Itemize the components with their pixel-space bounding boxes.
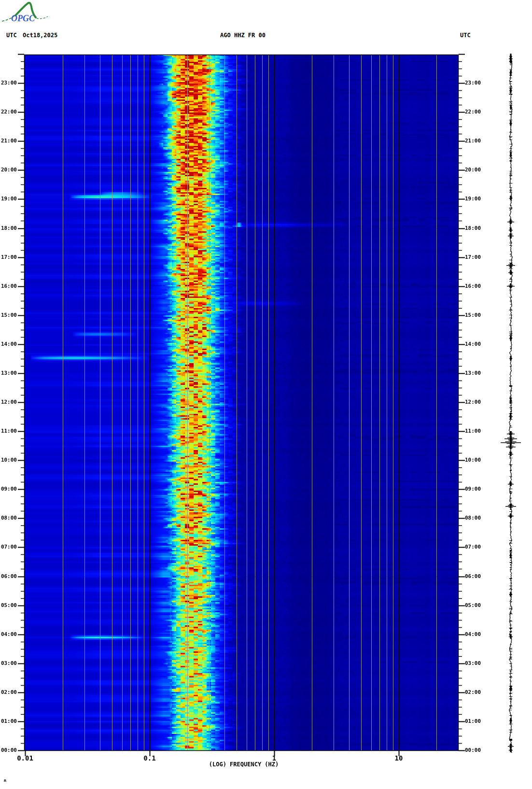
time-label-left: 07:00 xyxy=(0,544,17,550)
time-label-left: 08:00 xyxy=(0,515,17,521)
time-label-right: 14:00 xyxy=(465,341,489,348)
time-label-left: 09:00 xyxy=(0,486,17,493)
time-label-right: 07:00 xyxy=(465,544,489,550)
time-label-right: 10:00 xyxy=(465,457,489,464)
time-label-right: 15:00 xyxy=(465,312,489,319)
time-label-right: 03:00 xyxy=(465,660,489,667)
time-label-left: 17:00 xyxy=(0,254,17,261)
time-label-left: 06:00 xyxy=(0,573,17,580)
time-label-right: 06:00 xyxy=(465,573,489,580)
time-label-left: 10:00 xyxy=(0,457,17,464)
time-label-left: 15:00 xyxy=(0,312,17,319)
corner-mark: ʍ xyxy=(4,778,6,783)
time-label-right: 04:00 xyxy=(465,631,489,638)
freq-tick-label: 0.01 xyxy=(6,754,44,762)
time-label-right: 00:00 xyxy=(465,747,489,754)
time-label-right: 12:00 xyxy=(465,399,489,406)
time-label-right: 22:00 xyxy=(465,109,489,115)
time-label-right: 21:00 xyxy=(465,138,489,144)
time-label-right: 05:00 xyxy=(465,602,489,609)
time-label-right: 02:00 xyxy=(465,689,489,696)
time-label-left: 22:00 xyxy=(0,109,17,115)
freq-axis-title: (LOG) FREQUENCY (HZ) xyxy=(209,761,279,768)
time-label-left: 11:00 xyxy=(0,428,17,435)
time-label-right: 09:00 xyxy=(465,486,489,493)
time-label-right: 19:00 xyxy=(465,196,489,202)
time-label-left: 02:00 xyxy=(0,689,17,696)
time-label-left: 01:00 xyxy=(0,718,17,725)
time-label-right: 16:00 xyxy=(465,283,489,290)
time-label-right: 18:00 xyxy=(465,225,489,232)
time-label-left: 18:00 xyxy=(0,225,17,232)
time-label-right: 23:00 xyxy=(465,80,489,86)
time-label-left: 16:00 xyxy=(0,283,17,290)
spectrogram-page: OPGC UTC Oct18,2025 AGO HHZ FR 00 UTC 23… xyxy=(0,0,532,789)
time-label-left: 20:00 xyxy=(0,167,17,173)
time-label-right: 01:00 xyxy=(465,718,489,725)
time-label-left: 14:00 xyxy=(0,341,17,348)
time-label-left: 04:00 xyxy=(0,631,17,638)
time-label-left: 03:00 xyxy=(0,660,17,667)
time-label-right: 17:00 xyxy=(465,254,489,261)
time-label-left: 00:00 xyxy=(0,747,17,754)
time-label-left: 13:00 xyxy=(0,370,17,377)
time-label-right: 13:00 xyxy=(465,370,489,377)
freq-tick-label: 10 xyxy=(379,754,418,762)
time-label-left: 19:00 xyxy=(0,196,17,202)
time-label-right: 11:00 xyxy=(465,428,489,435)
time-label-left: 12:00 xyxy=(0,399,17,406)
time-label-right: 20:00 xyxy=(465,167,489,173)
time-label-left: 05:00 xyxy=(0,602,17,609)
spectrogram-canvas xyxy=(0,0,532,789)
time-label-left: 21:00 xyxy=(0,138,17,144)
time-label-right: 08:00 xyxy=(465,515,489,521)
time-label-left: 23:00 xyxy=(0,80,17,86)
freq-tick-label: 0.1 xyxy=(130,754,169,762)
